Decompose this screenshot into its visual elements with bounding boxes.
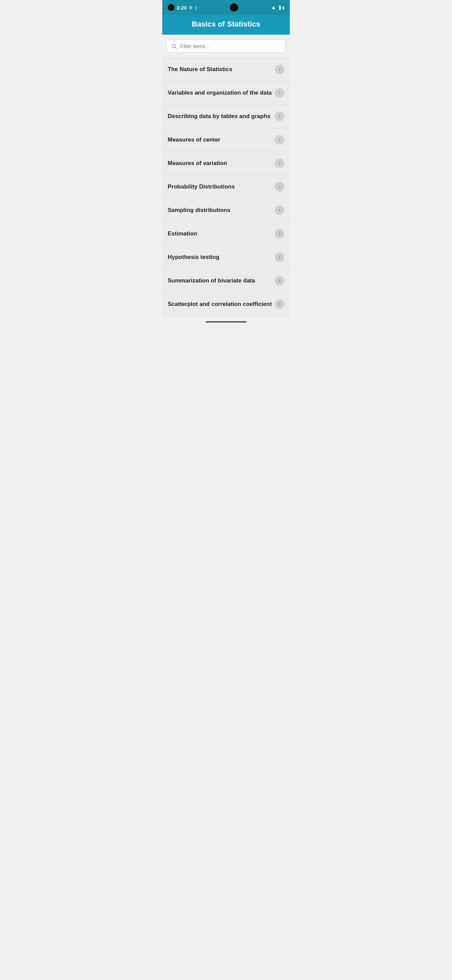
- chevron-right-icon: [275, 65, 284, 74]
- chevron-right-icon: [275, 182, 284, 192]
- chevron-right-icon: [275, 276, 284, 285]
- chevron-right-icon: [275, 253, 284, 262]
- chevron-right-icon: [275, 88, 284, 98]
- wifi-icon: ▲: [271, 5, 276, 11]
- list-item-label: Measures of center: [168, 137, 275, 143]
- chevron-right-icon: [275, 159, 284, 168]
- search-input[interactable]: [180, 43, 281, 49]
- list-item-label: Describing data by tables and graphs: [168, 113, 275, 120]
- sim-icon: ▯: [195, 5, 197, 10]
- list-item-label: Probability Distributions: [168, 183, 275, 190]
- list-item[interactable]: Variables and organization of the data: [162, 81, 290, 105]
- status-time: 3:20: [176, 5, 187, 11]
- chevron-right-icon: [275, 299, 284, 309]
- list-item-label: Hypothesis testing: [168, 254, 275, 261]
- list-item-label: Scatterplot and correlation coefficient: [168, 301, 275, 308]
- signal-icon: ▐: [278, 5, 281, 10]
- search-icon: [171, 43, 177, 49]
- search-box[interactable]: [166, 40, 286, 53]
- app-header: Basics of Statistics: [162, 15, 290, 35]
- topics-list: The Nature of StatisticsVariables and or…: [162, 57, 290, 316]
- status-dot-left: [168, 4, 174, 11]
- chevron-right-icon: [275, 135, 284, 145]
- chevron-right-icon: [275, 205, 284, 215]
- status-bar: 3:20 ⚙ ▯ ▲ ▐ ▮: [162, 0, 290, 15]
- svg-line-1: [175, 47, 176, 49]
- chevron-right-icon: [275, 229, 284, 239]
- list-item[interactable]: Estimation: [162, 222, 290, 246]
- list-item-label: Estimation: [168, 231, 275, 237]
- list-item-label: The Nature of Statistics: [168, 66, 275, 73]
- list-item-label: Variables and organization of the data: [168, 89, 275, 96]
- status-left: 3:20 ⚙ ▯: [168, 4, 197, 11]
- list-item[interactable]: Measures of variation: [162, 152, 290, 175]
- list-item[interactable]: The Nature of Statistics: [162, 57, 290, 81]
- list-item-label: Sampling distributions: [168, 207, 275, 214]
- list-item-label: Measures of variation: [168, 160, 275, 167]
- list-item[interactable]: Summarization of bivariate data: [162, 269, 290, 293]
- bottom-bar: [162, 316, 290, 328]
- camera-notch: [230, 3, 238, 11]
- list-item[interactable]: Hypothesis testing: [162, 246, 290, 269]
- list-item[interactable]: Scatterplot and correlation coefficient: [162, 293, 290, 316]
- list-item[interactable]: Describing data by tables and graphs: [162, 105, 290, 128]
- status-right: ▲ ▐ ▮: [271, 5, 284, 11]
- app-title: Basics of Statistics: [192, 20, 260, 28]
- center-camera: [230, 0, 238, 15]
- list-item[interactable]: Probability Distributions: [162, 175, 290, 199]
- search-container: [162, 35, 290, 57]
- battery-icon: ▮: [282, 5, 284, 10]
- list-item[interactable]: Sampling distributions: [162, 199, 290, 222]
- settings-icon: ⚙: [189, 5, 193, 10]
- home-indicator: [206, 321, 247, 323]
- list-item-label: Summarization of bivariate data: [168, 277, 275, 284]
- list-item[interactable]: Measures of center: [162, 128, 290, 152]
- chevron-right-icon: [275, 111, 284, 121]
